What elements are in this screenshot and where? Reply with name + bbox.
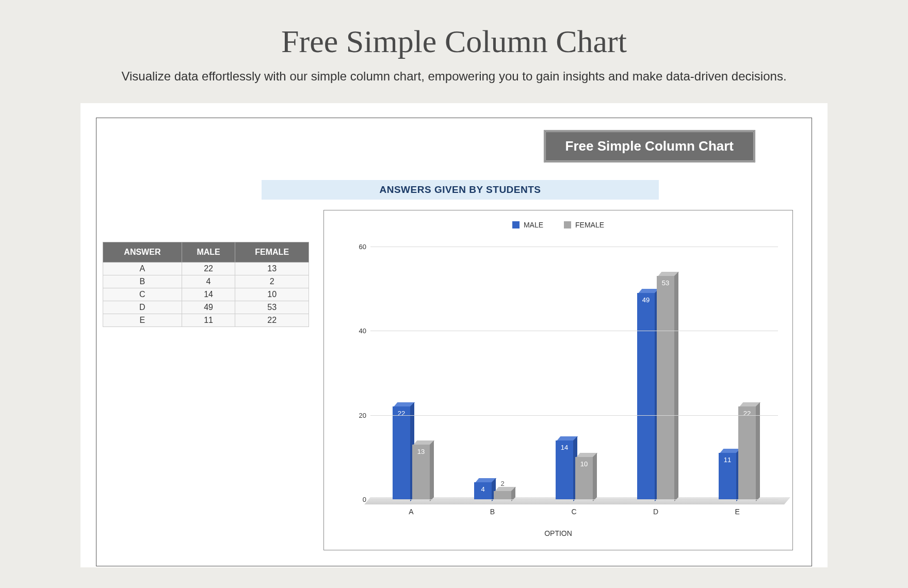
swatch-male-icon [512,221,520,228]
table-header-row: ANSWER MALE FEMALE [103,242,309,263]
cell: B [103,275,182,288]
legend: MALE FEMALE [324,210,792,234]
bar-group: 2213 [393,406,430,499]
bar-male: 49 [637,293,655,499]
bar-female: 2 [494,491,511,499]
bar-value-label: 14 [556,444,573,451]
bar-group: 4953 [637,276,674,499]
x-tick-label: B [490,508,495,516]
cell: C [103,288,182,301]
sheet-container: Free Simple Column Chart ANSWERS GIVEN B… [80,103,828,567]
legend-female-label: FEMALE [575,221,604,229]
bars-row: 221342141049531122 [370,247,778,499]
chart-area: MALE FEMALE 221342141049531122 0204060 A… [323,210,793,550]
sheet-inner: Free Simple Column Chart ANSWERS GIVEN B… [96,118,812,566]
cell: 53 [235,301,309,314]
bar-male: 4 [474,482,492,499]
bar-group: 42 [474,482,511,499]
cell: 10 [235,288,309,301]
cell: 2 [235,275,309,288]
x-tick-label: C [572,508,577,516]
cell: 22 [235,314,309,327]
cell: 11 [182,314,235,327]
grid-line [370,331,778,331]
swatch-female-icon [564,221,571,228]
plot-area: 221342141049531122 0204060 [370,247,778,499]
col-male: MALE [182,242,235,263]
table-row: C1410 [103,288,309,301]
col-answer: ANSWER [103,242,182,263]
y-tick-label: 20 [350,411,366,419]
table-row: D4953 [103,301,309,314]
bar-female: 53 [657,276,674,499]
x-tick-label: D [653,508,658,516]
data-table: ANSWER MALE FEMALE A2213 B42 C1410 D4953… [103,242,309,327]
cell: 13 [235,263,309,275]
y-tick-label: 40 [350,327,366,335]
cell: 49 [182,301,235,314]
legend-female: FEMALE [564,221,604,229]
cell: 14 [182,288,235,301]
bar-value-label: 11 [719,456,736,464]
x-tick-label: A [409,508,413,516]
bar-group: 1122 [719,406,756,499]
grid-line [370,247,778,247]
bar-value-label: 10 [575,460,593,468]
cell: D [103,301,182,314]
banner-title: Free Simple Column Chart [544,130,755,162]
x-axis-labels: ABCDE [370,508,778,516]
x-axis-title: OPTION [324,529,792,537]
bar-value-label: 22 [393,410,410,417]
cell: 22 [182,263,235,275]
grid-line [370,415,778,416]
bar-value-label: 2 [494,480,511,487]
bar-female: 10 [575,457,593,499]
table-row: E1122 [103,314,309,327]
bar-value-label: 53 [657,279,674,287]
bar-value-label: 22 [738,410,756,417]
bar-male: 22 [393,406,410,499]
bar-female: 22 [738,406,756,499]
page-subtitle: Visualize data effortlessly with our sim… [0,69,908,84]
table-row: B42 [103,275,309,288]
grid-line [370,499,778,500]
bar-male: 11 [719,453,736,499]
cell: 4 [182,275,235,288]
legend-male-label: MALE [524,221,543,229]
y-tick-label: 0 [350,496,366,503]
cell: E [103,314,182,327]
chart-title: ANSWERS GIVEN BY STUDENTS [262,180,659,200]
legend-male: MALE [512,221,543,229]
bar-value-label: 49 [637,296,655,304]
cell: A [103,263,182,275]
bar-male: 14 [556,440,573,499]
page-title: Free Simple Column Chart [0,0,908,60]
bar-value-label: 13 [412,448,430,455]
bar-group: 1410 [556,440,593,499]
bar-female: 13 [412,445,430,499]
bar-value-label: 4 [474,485,492,493]
y-tick-label: 60 [350,243,366,251]
table-row: A2213 [103,263,309,275]
col-female: FEMALE [235,242,309,263]
x-tick-label: E [735,508,739,516]
